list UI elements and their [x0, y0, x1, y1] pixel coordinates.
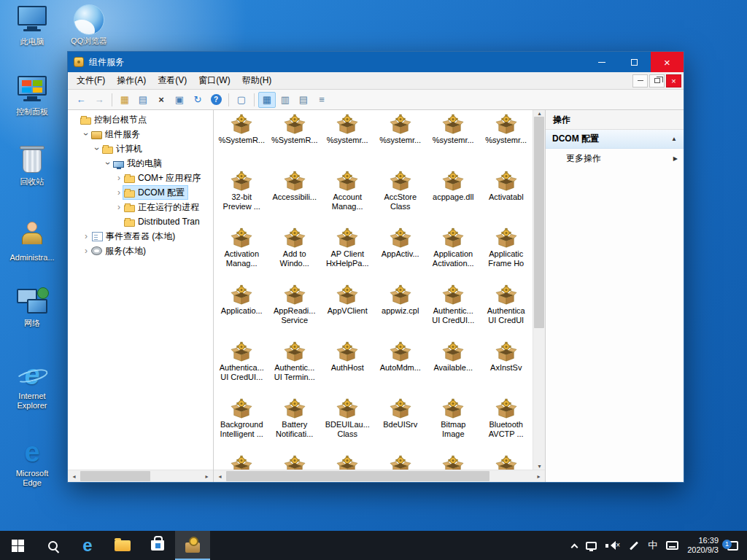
dcom-component-item[interactable]: AppVClient [321, 284, 374, 341]
dcom-component-item[interactable] [374, 454, 427, 470]
maximize-button[interactable] [618, 52, 651, 72]
export-list-icon[interactable]: ▤ [134, 92, 152, 108]
help-icon[interactable]: ? [207, 92, 225, 108]
menu-view[interactable]: 查看(V) [152, 71, 193, 90]
dcom-component-item[interactable]: Accessibili... [268, 170, 322, 227]
chevron-icon[interactable] [115, 187, 123, 198]
dcom-component-item[interactable] [480, 454, 533, 470]
tree-item[interactable]: DCOM 配置 [68, 185, 213, 200]
window-titlebar[interactable]: 组件服务 × [68, 52, 684, 72]
menu-file[interactable]: 文件(F) [71, 71, 111, 90]
chevron-icon[interactable] [82, 129, 90, 139]
dcom-component-item[interactable]: Applicatio... [215, 284, 268, 341]
collapse-arrow-icon[interactable]: ▲ [671, 136, 677, 142]
properties-icon[interactable]: ▣ [171, 92, 188, 108]
scroll-up-arrow[interactable]: ▴ [533, 110, 546, 117]
chevron-icon[interactable] [82, 231, 90, 241]
actions-group-dcom-config[interactable]: DCOM 配置 ▲ [546, 130, 684, 149]
dcom-component-item[interactable]: Available... [427, 341, 480, 397]
dcom-component-item[interactable]: 32-bit Preview ... [215, 170, 268, 227]
dcom-component-item[interactable]: Application Activation... [427, 227, 480, 284]
mdi-close-button[interactable]: × [666, 74, 681, 88]
desktop-icon-administrator[interactable]: Administra... [7, 220, 57, 262]
menu-help[interactable]: 帮助(H) [236, 71, 278, 90]
dcom-component-item[interactable]: AutoMdm... [374, 341, 427, 397]
view-details-icon[interactable]: ≡ [313, 92, 330, 108]
back-icon[interactable]: ← [72, 92, 90, 108]
dcom-component-item[interactable]: %systemr... [321, 113, 374, 170]
vertical-scrollbar[interactable]: ▴ ▾ [533, 110, 545, 470]
dcom-component-item[interactable]: Background Intelligent ... [215, 397, 268, 454]
dcom-component-item[interactable]: Bluetooth AVCTP ... [480, 397, 533, 454]
view-list-icon[interactable]: ▤ [295, 92, 312, 108]
scroll-right-arrow[interactable]: ▸ [533, 470, 545, 482]
dcom-component-item[interactable]: Applicatic Frame Ho [480, 227, 533, 284]
more-actions-item[interactable]: 更多操作 ▶ [546, 149, 684, 168]
menu-action[interactable]: 操作(A) [111, 71, 152, 90]
dcom-component-item[interactable] [215, 454, 268, 470]
taskbar-clock[interactable]: 16:39 2020/9/3 [687, 536, 719, 555]
minimize-button[interactable] [585, 52, 618, 72]
dcom-component-item[interactable]: Account Manag... [321, 170, 374, 227]
chevron-icon[interactable] [82, 246, 90, 256]
dcom-component-item[interactable]: Bitmap Image [427, 397, 480, 454]
dcom-component-item[interactable]: %systemr... [427, 113, 480, 170]
dcom-component-item[interactable]: AxInstSv [480, 341, 533, 397]
dcom-component-item[interactable]: %SystemR... [215, 113, 268, 170]
dcom-component-item[interactable]: BDEUILau... Class [321, 397, 374, 454]
dcom-component-item[interactable]: Activation Manag... [215, 227, 268, 284]
dcom-component-item[interactable]: AP Client HxHelpPa... [321, 227, 374, 284]
dcom-component-item[interactable] [427, 454, 480, 470]
chevron-icon[interactable] [104, 158, 112, 168]
desktop-icon-network[interactable]: 网络 [7, 287, 57, 328]
taskbar-component-services-button[interactable] [175, 531, 210, 560]
tree-item[interactable]: 我的电脑 [68, 156, 213, 171]
show-hidden-icons-button[interactable] [572, 542, 577, 550]
dcom-component-item[interactable]: AuthHost [321, 341, 374, 397]
tree-item[interactable]: 组件服务 [68, 127, 213, 141]
dcom-component-item[interactable]: %SystemR... [268, 113, 322, 170]
show-console-tree-icon[interactable]: ▦ [116, 92, 133, 108]
tree-item[interactable]: 正在运行的进程 [68, 200, 213, 214]
tree-item[interactable]: COM+ 应用程序 [68, 171, 213, 185]
mdi-minimize-button[interactable] [632, 74, 648, 88]
refresh-icon[interactable]: ↻ [189, 92, 206, 108]
list-horizontal-scrollbar[interactable]: ◂ ▸ [214, 470, 545, 482]
dcom-component-item[interactable]: AppActiv... [374, 227, 427, 284]
tree-item[interactable]: Distributed Tran [68, 214, 213, 229]
volume-muted-icon[interactable]: × [605, 541, 620, 551]
dcom-component-item[interactable]: AccStore Class [374, 170, 427, 227]
network-tray-icon[interactable] [586, 542, 597, 550]
dcom-component-item[interactable] [321, 454, 374, 470]
chevron-icon[interactable] [115, 202, 123, 212]
dcom-component-item[interactable]: BdeUISrv [374, 397, 427, 454]
dcom-component-item[interactable] [268, 454, 322, 470]
chevron-icon[interactable] [93, 144, 101, 154]
desktop-icon-qq-browser[interactable]: QQ浏览器 [64, 4, 114, 46]
close-button[interactable]: × [651, 52, 684, 72]
dcom-component-item[interactable]: %systemr... [374, 113, 427, 170]
dcom-component-item[interactable]: Activatabl [480, 170, 533, 227]
scroll-left-arrow[interactable]: ◂ [68, 470, 80, 482]
dcom-component-item[interactable]: Authentica... UI CredUI... [215, 341, 268, 397]
taskbar-file-explorer-button[interactable] [105, 531, 140, 560]
delete-icon[interactable]: × [152, 92, 170, 108]
view-large-icons-icon[interactable]: ▦ [258, 92, 276, 108]
ime-indicator[interactable]: 中 [648, 539, 657, 552]
view-small-icons-icon[interactable]: ▥ [276, 92, 294, 108]
tree-item[interactable]: 服务(本地) [68, 244, 213, 258]
dcom-component-item[interactable]: acppage.dll [427, 170, 480, 227]
taskbar-edge-button[interactable]: e [70, 531, 105, 560]
desktop-icon-control-panel[interactable]: 控制面板 [7, 76, 57, 117]
desktop-icon-recycle-bin[interactable]: 回收站 [7, 146, 57, 187]
mdi-restore-button[interactable] [649, 74, 665, 88]
scroll-down-arrow[interactable]: ▾ [533, 463, 546, 470]
desktop-icon-internet-explorer[interactable]: e Internet Explorer [7, 360, 57, 411]
dcom-component-item[interactable]: Authentic... UI Termin... [268, 341, 322, 397]
tree-item[interactable]: 事件查看器 (本地) [68, 229, 213, 244]
dcom-component-item[interactable]: Add to Windo... [268, 227, 322, 284]
chevron-icon[interactable] [115, 173, 123, 183]
touch-keyboard-icon[interactable] [666, 541, 678, 550]
dcom-component-item[interactable]: Authentic... UI CredUI... [427, 284, 480, 341]
scroll-right-arrow[interactable]: ▸ [201, 470, 213, 482]
